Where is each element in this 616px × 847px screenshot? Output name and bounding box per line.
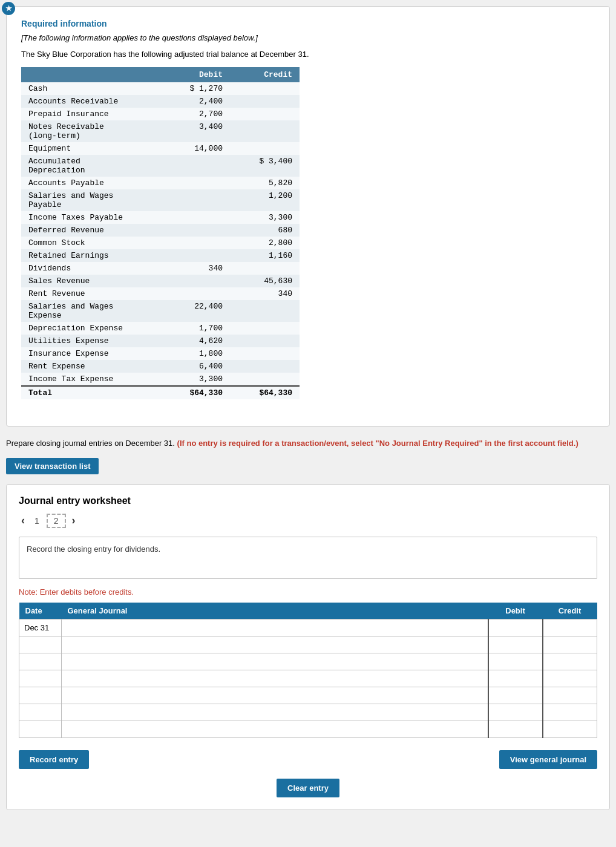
credit-cell [230,322,300,335]
debit-cell: 340 [160,262,230,275]
debit-cell [160,211,230,224]
credit-cell: $ 3,400 [230,155,300,177]
journal-card: Journal entry worksheet ‹ 1 2 › Record t… [6,484,610,810]
account-name-cell: Salaries and WagesPayable [21,189,160,211]
account-name-cell: Accounts Receivable [21,95,160,108]
credit-cell [230,95,300,108]
credit-cell: 1,200 [230,189,300,211]
closing-bold: (If no entry is required for a transacti… [177,439,578,448]
journal-debit-cell[interactable] [488,619,543,636]
credit-cell [230,82,300,95]
journal-debit-cell[interactable] [488,721,543,737]
debit-cell: 14,000 [160,142,230,155]
journal-header-credit: Credit [543,603,597,620]
total-cell: Total [21,386,160,399]
journal-credit-cell[interactable] [543,704,597,721]
journal-gj-cell[interactable] [62,670,488,687]
account-name-cell: Dividends [21,262,160,275]
journal-gj-cell[interactable] [62,653,488,670]
credit-cell: 1,160 [230,249,300,262]
entry-description-box: Record the closing entry for dividends. [19,537,597,579]
credit-cell: 45,630 [230,275,300,287]
debit-cell [160,155,230,177]
note-text: Note: Enter debits before credits. [19,587,597,597]
account-name-cell: Utilities Expense [21,335,160,347]
account-name-cell: Prepaid Insurance [21,108,160,120]
page-1-tab[interactable]: 1 [31,515,43,527]
journal-date-cell[interactable] [19,653,62,670]
account-name-cell: Retained Earnings [21,249,160,262]
journal-gj-cell[interactable] [62,704,488,721]
journal-credit-cell[interactable] [543,687,597,704]
required-info-title: Required information [21,19,595,28]
view-general-journal-button[interactable]: View general journal [499,750,597,769]
account-name-cell: Rent Expense [21,360,160,373]
next-page-button[interactable]: › [70,514,78,527]
pagination-row: ‹ 1 2 › [19,514,597,528]
bottom-row: Record entry View general journal [19,750,597,769]
account-name-cell: Notes Receivable(long-term) [21,120,160,142]
prev-page-button[interactable]: ‹ [19,514,27,527]
debit-cell: 6,400 [160,360,230,373]
account-name-cell: Deferred Revenue [21,224,160,237]
journal-gj-cell[interactable] [62,721,488,737]
journal-gj-cell[interactable] [62,687,488,704]
credit-cell: 5,820 [230,177,300,189]
account-name-cell: Cash [21,82,160,95]
credit-cell [230,120,300,142]
credit-cell [230,360,300,373]
journal-gj-cell[interactable] [62,619,488,636]
journal-date-cell[interactable] [19,670,62,687]
journal-debit-cell[interactable] [488,687,543,704]
account-name-cell: Income Tax Expense [21,373,160,386]
journal-credit-cell[interactable] [543,653,597,670]
view-transaction-list-button[interactable]: View transaction list [6,458,99,474]
journal-date-cell[interactable] [19,636,62,653]
journal-debit-cell[interactable] [488,670,543,687]
journal-debit-cell[interactable] [488,636,543,653]
credit-cell: 680 [230,224,300,237]
account-name-cell: AccumulatedDepreciation [21,155,160,177]
journal-date-cell[interactable] [19,687,62,704]
journal-debit-cell[interactable] [488,653,543,670]
journal-date-cell[interactable] [19,704,62,721]
journal-date-cell[interactable] [19,721,62,737]
journal-credit-cell[interactable] [543,636,597,653]
debit-cell: 2,700 [160,108,230,120]
total-cell: $64,330 [230,386,300,399]
page-2-tab[interactable]: 2 [47,514,66,528]
journal-date-cell[interactable]: Dec 31 [19,619,62,636]
debit-cell [160,189,230,211]
journal-credit-cell[interactable] [543,619,597,636]
credit-cell: 2,800 [230,237,300,249]
credit-cell: 340 [230,287,300,300]
journal-gj-cell[interactable] [62,636,488,653]
credit-cell [230,373,300,386]
debit-cell [160,237,230,249]
col-header-debit: Debit [160,67,230,82]
journal-debit-cell[interactable] [488,704,543,721]
account-name-cell: Insurance Expense [21,347,160,360]
journal-credit-cell[interactable] [543,670,597,687]
clear-entry-button[interactable]: Clear entry [277,779,339,797]
account-name-cell: Equipment [21,142,160,155]
bottom-buttons-wrapper: Record entry View general journal Clear … [19,750,597,797]
credit-cell [230,142,300,155]
closing-instruction-block: Prepare closing journal entries on Decem… [6,437,610,450]
debit-cell [160,287,230,300]
journal-credit-cell[interactable] [543,721,597,737]
record-entry-button[interactable]: Record entry [19,750,89,769]
credit-cell [230,335,300,347]
star-icon: ★ [2,2,15,15]
intro-text: The Sky Blue Corporation has the followi… [21,50,595,59]
account-name-cell: Salaries and WagesExpense [21,300,160,322]
journal-title: Journal entry worksheet [19,495,597,506]
account-name-cell: Depreciation Expense [21,322,160,335]
trial-balance-table: Debit Credit Cash$ 1,270Accounts Receiva… [21,67,300,399]
account-name-cell: Income Taxes Payable [21,211,160,224]
credit-cell [230,347,300,360]
debit-cell [160,177,230,189]
credit-cell: 3,300 [230,211,300,224]
debit-cell [160,249,230,262]
col-header-account [21,67,160,82]
